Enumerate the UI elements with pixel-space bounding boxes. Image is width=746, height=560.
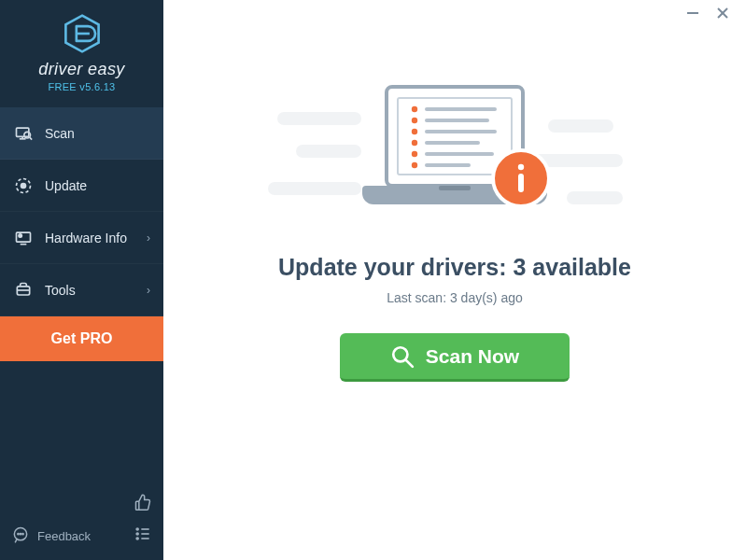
svg-point-46 <box>412 151 417 157</box>
main-content: Update your drivers: 3 available Last sc… <box>163 0 746 560</box>
update-icon <box>13 175 34 196</box>
hardware-icon <box>13 228 34 248</box>
headline: Update your drivers: 3 available <box>278 254 631 281</box>
get-pro-label: Get PRO <box>51 330 113 347</box>
laptop-illustration <box>338 76 571 233</box>
chevron-right-icon: › <box>147 284 150 297</box>
svg-rect-51 <box>518 174 524 192</box>
svg-point-43 <box>412 118 417 123</box>
scan-now-button[interactable]: Scan Now <box>340 333 570 382</box>
sidebar-item-scan[interactable]: Scan <box>0 107 163 160</box>
nav-label: Hardware Info <box>45 231 127 245</box>
svg-point-11 <box>21 183 26 188</box>
svg-point-21 <box>136 528 138 530</box>
nav-label: Update <box>45 178 87 193</box>
brand-version: FREE v5.6.13 <box>0 81 163 92</box>
feedback-icon <box>11 525 30 547</box>
get-pro-button[interactable]: Get PRO <box>0 316 163 361</box>
svg-rect-48 <box>439 186 471 190</box>
svg-point-14 <box>19 233 21 236</box>
close-button[interactable] <box>716 7 729 22</box>
feedback-label: Feedback <box>37 529 91 543</box>
minimize-button[interactable] <box>686 7 699 22</box>
svg-point-42 <box>412 106 417 112</box>
brand-name: driver easy <box>0 60 163 79</box>
sidebar-item-tools[interactable]: Tools › <box>0 264 163 316</box>
nav-label: Scan <box>45 126 75 141</box>
chevron-right-icon: › <box>147 231 150 245</box>
svg-rect-12 <box>17 232 31 242</box>
nav: Scan Update <box>0 107 163 483</box>
logo-block: driver easy FREE v5.6.13 <box>0 0 163 102</box>
last-scan-text: Last scan: 3 day(s) ago <box>387 290 523 305</box>
svg-point-44 <box>412 129 417 134</box>
svg-point-47 <box>412 162 417 168</box>
nav-label: Tools <box>45 283 76 298</box>
tools-icon <box>13 280 34 301</box>
svg-line-53 <box>406 360 413 367</box>
search-icon <box>390 344 415 369</box>
sidebar: driver easy FREE v5.6.13 Scan <box>0 0 163 560</box>
svg-line-9 <box>30 137 32 140</box>
svg-point-23 <box>136 538 138 539</box>
thumbs-up-icon[interactable] <box>134 493 152 515</box>
sidebar-item-update[interactable]: Update <box>0 160 163 212</box>
svg-point-18 <box>18 534 19 535</box>
svg-point-19 <box>20 534 21 535</box>
svg-rect-33 <box>567 191 623 204</box>
feedback-button[interactable]: Feedback <box>11 525 91 547</box>
scan-now-label: Scan Now <box>426 345 519 368</box>
svg-point-45 <box>412 140 417 146</box>
scan-icon <box>13 123 34 144</box>
app-logo-icon <box>62 13 103 54</box>
list-icon[interactable] <box>134 525 152 547</box>
svg-point-20 <box>22 534 23 535</box>
svg-point-52 <box>393 347 407 361</box>
sidebar-item-hardware[interactable]: Hardware Info › <box>0 212 163 264</box>
svg-point-50 <box>518 164 524 170</box>
svg-point-22 <box>136 533 138 535</box>
